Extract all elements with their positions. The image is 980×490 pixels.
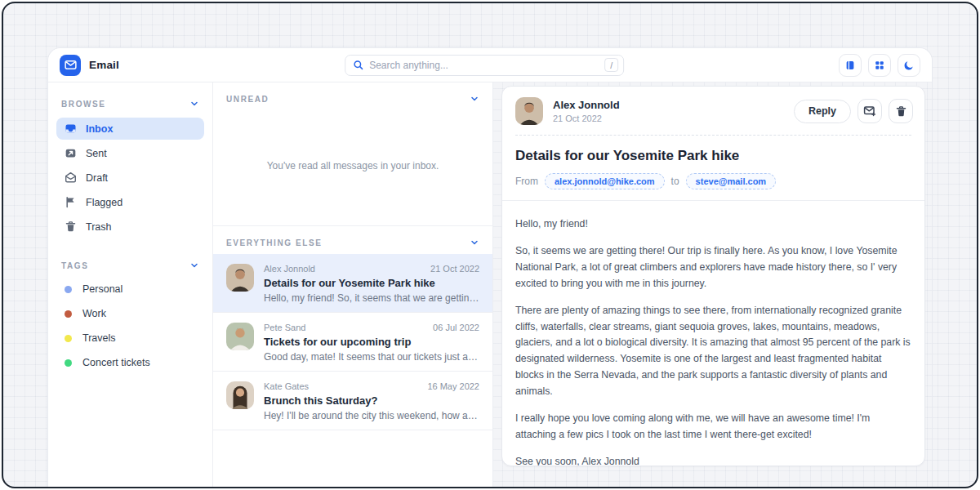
tag-label: Work (82, 308, 106, 319)
sidebar-item-sent[interactable]: Sent (56, 142, 204, 164)
apps-grid-button[interactable] (868, 54, 891, 77)
list-item-date: 06 Jul 2022 (433, 323, 479, 332)
reply-button[interactable]: Reply (794, 100, 851, 123)
email-paragraph: So, it seems we are getting there! Our t… (515, 243, 911, 292)
trash-icon (65, 220, 77, 233)
email-logo-icon (60, 55, 81, 76)
sidebar-item-label: Inbox (86, 123, 113, 135)
page-background: Email / (2, 2, 978, 488)
sidebar: Browse Inbox Sent Draft Flagged (48, 82, 213, 487)
avatar (226, 264, 254, 292)
tag-label: Travels (82, 332, 116, 344)
unread-section: Unread You've read all messages in your … (213, 82, 492, 226)
list-item-sender: Alex Jonnold (264, 264, 315, 274)
detail-from-row: From alex.jonnold@hike.com to steve@mail… (515, 173, 911, 189)
list-item-preview: Good day, mate! It seems that our ticket… (264, 351, 479, 363)
search-bar[interactable]: / (345, 55, 624, 76)
delete-button[interactable] (889, 99, 913, 123)
detail-sender-block: Alex Jonnold 21 Oct 2022 (553, 99, 784, 123)
email-body: Hello, my friend! So, it seems we are ge… (502, 201, 924, 466)
detail-sender-name: Alex Jonnold (553, 99, 784, 111)
chevron-down-icon[interactable] (470, 94, 479, 104)
list-item-subject: Brunch this Saturday? (264, 394, 479, 407)
tag-color-dot (65, 286, 72, 293)
tags-title: Tags (61, 261, 88, 270)
detail-date: 21 Oct 2022 (553, 114, 784, 123)
trash-icon (895, 105, 907, 118)
sidebar-item-label: Trash (86, 221, 112, 233)
sidebar-item-label: Draft (86, 172, 108, 184)
search-shortcut-badge: / (604, 58, 618, 72)
from-email-pill[interactable]: alex.jonnold@hike.com (545, 173, 665, 189)
email-paragraph: There are plenty of amazing things to se… (515, 303, 911, 400)
list-item-subject: Tickets for our upcoming trip (264, 336, 479, 348)
topbar-actions (839, 54, 920, 77)
tag-label: Concert tickets (82, 357, 150, 368)
email-list-item[interactable]: Alex Jonnold 21 Oct 2022 Details for our… (213, 254, 492, 313)
tag-item-personal[interactable]: Personal (48, 277, 212, 301)
email-list-item-content: Pete Sand 06 Jul 2022 Tickets for our up… (264, 323, 479, 363)
email-detail-card: Alex Jonnold 21 Oct 2022 Reply (501, 86, 925, 466)
sidebar-item-flagged[interactable]: Flagged (56, 191, 204, 213)
avatar (226, 323, 254, 350)
list-item-date: 16 May 2022 (427, 381, 479, 391)
search-input[interactable] (369, 60, 599, 71)
from-label: From (515, 176, 538, 187)
book-button[interactable] (839, 54, 862, 77)
everything-else-section-header[interactable]: Everything else (213, 226, 492, 254)
list-item-sender: Pete Sand (264, 323, 305, 332)
to-email-pill[interactable]: steve@mail.com (686, 173, 777, 189)
inbox-icon (65, 122, 77, 135)
app-brand: Email (60, 55, 119, 76)
sidebar-item-trash[interactable]: Trash (56, 216, 204, 238)
moon-icon (903, 60, 915, 71)
mark-unread-button[interactable] (858, 99, 882, 123)
detail-header: Alex Jonnold 21 Oct 2022 Reply (502, 87, 924, 135)
chevron-down-icon[interactable] (189, 99, 199, 109)
tag-item-concert-tickets[interactable]: Concert tickets (48, 350, 212, 375)
avatar (226, 381, 254, 409)
list-item-preview: Hey! I'll be around the city this weeken… (264, 410, 479, 421)
detail-actions: Reply (794, 99, 913, 123)
browse-section-header[interactable]: Browse (48, 87, 212, 115)
detail-panel-area: Alex Jonnold 21 Oct 2022 Reply (493, 82, 932, 487)
flag-icon (65, 196, 77, 208)
app-title: Email (89, 59, 119, 71)
list-item-sender: Kate Gates (264, 381, 309, 391)
tag-item-work[interactable]: Work (48, 301, 212, 326)
email-paragraph: See you soon, Alex Jonnold (515, 454, 911, 466)
tags-section-header[interactable]: Tags (48, 249, 212, 277)
email-list-item[interactable]: Kate Gates 16 May 2022 Brunch this Satur… (213, 372, 492, 430)
mail-plus-icon (863, 105, 876, 118)
grid-icon (874, 60, 885, 71)
email-paragraph: Hello, my friend! (515, 216, 911, 233)
tag-color-dot (65, 335, 72, 342)
chevron-down-icon[interactable] (189, 261, 199, 270)
unread-empty-message: You've read all messages in your inbox. (213, 110, 492, 225)
sidebar-item-draft[interactable]: Draft (56, 167, 204, 189)
app-header: Email / (48, 48, 932, 82)
email-list-item-content: Kate Gates 16 May 2022 Brunch this Satur… (264, 381, 479, 421)
email-list-item-content: Alex Jonnold 21 Oct 2022 Details for our… (264, 264, 479, 304)
to-label: to (671, 176, 679, 187)
browse-title: Browse (61, 100, 106, 109)
app-body: Browse Inbox Sent Draft Flagged (48, 82, 932, 487)
unread-title: Unread (226, 95, 269, 104)
sidebar-item-inbox[interactable]: Inbox (56, 118, 204, 140)
detail-subject-block: Details for our Yosemite Park hike From … (502, 136, 924, 200)
draft-icon (65, 172, 77, 184)
tag-label: Personal (82, 283, 122, 295)
sidebar-item-label: Flagged (86, 197, 122, 208)
sent-icon (65, 147, 77, 159)
email-paragraph: I really hope you love coming along with… (515, 411, 911, 443)
tag-color-dot (65, 310, 72, 318)
everything-else-title: Everything else (226, 238, 323, 247)
dark-mode-button[interactable] (898, 54, 920, 77)
chevron-down-icon[interactable] (470, 238, 479, 247)
unread-section-header[interactable]: Unread (213, 82, 492, 110)
message-list-panel: Unread You've read all messages in your … (213, 82, 493, 487)
tag-color-dot (65, 359, 72, 367)
sidebar-item-label: Sent (86, 148, 107, 159)
email-list-item[interactable]: Pete Sand 06 Jul 2022 Tickets for our up… (213, 313, 492, 372)
tag-item-travels[interactable]: Travels (48, 326, 212, 350)
